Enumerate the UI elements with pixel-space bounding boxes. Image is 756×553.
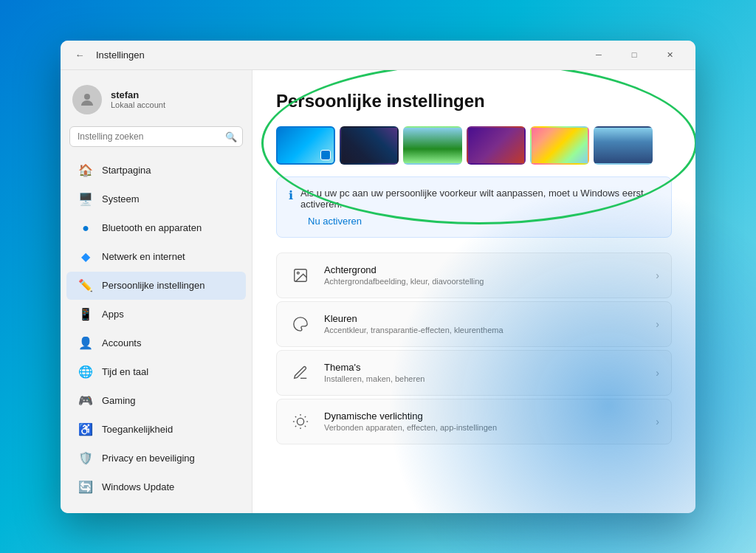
sidebar-item-tijd[interactable]: 🌐 Tijd en taal: [66, 358, 246, 386]
svg-point-3: [297, 418, 303, 425]
themes-subtitle: Installeren, maken, beheren: [324, 374, 644, 383]
sidebar-item-label: Windows Update: [102, 481, 174, 492]
search-input[interactable]: [69, 126, 243, 147]
page-title: Persoonlijke instellingen: [276, 91, 672, 111]
user-info: stefan Lokaal account: [111, 89, 165, 109]
accounts-icon: 👤: [78, 336, 93, 351]
background-text: Achtergrond Achtergrondafbeelding, kleur…: [324, 264, 644, 286]
wallpaper-thumb-5[interactable]: [530, 126, 589, 165]
wallpaper-thumb-4[interactable]: [467, 126, 526, 165]
background-title: Achtergrond: [324, 264, 644, 275]
wallpaper-grid: [276, 126, 672, 165]
wallpaper-thumb-2[interactable]: [340, 126, 399, 165]
sidebar-item-startpagina[interactable]: 🏠 Startpagina: [66, 157, 246, 185]
sidebar-item-netwerk[interactable]: ◆ Netwerk en internet: [66, 243, 246, 271]
minimize-button[interactable]: ─: [582, 43, 616, 66]
activate-link[interactable]: Nu activeren: [308, 216, 659, 227]
svg-line-11: [305, 416, 306, 416]
avatar: [72, 85, 102, 114]
svg-line-7: [305, 425, 306, 426]
settings-item-dynamisch[interactable]: Dynamische verlichting Verbonden apparat…: [276, 399, 672, 444]
settings-item-achtergrond[interactable]: Achtergrond Achtergrondafbeelding, kleur…: [276, 253, 672, 298]
account-type: Lokaal account: [111, 100, 165, 109]
colors-title: Kleuren: [324, 313, 644, 324]
sidebar-item-label: Persoonlijke instellingen: [102, 280, 205, 291]
settings-window: ← Instellingen ─ □ ✕: [61, 41, 695, 513]
search-box: 🔍: [69, 126, 243, 147]
personalization-icon: ✏️: [78, 278, 93, 293]
sidebar-item-label: Gaming: [102, 395, 136, 406]
close-icon: ✕: [667, 50, 673, 60]
home-icon: 🏠: [78, 163, 93, 178]
update-icon: 🔄: [78, 480, 93, 495]
svg-line-10: [295, 425, 296, 426]
sidebar-item-privacy[interactable]: 🛡️ Privacy en beveiliging: [66, 444, 246, 473]
privacy-icon: 🛡️: [78, 451, 93, 466]
sidebar-item-label: Startpagina: [102, 165, 151, 176]
username: stefan: [111, 89, 165, 100]
network-icon: ◆: [78, 250, 93, 264]
sidebar-item-accounts[interactable]: 👤 Accounts: [66, 329, 246, 357]
sidebar-item-label: Bluetooth en apparaten: [102, 222, 202, 233]
sidebar-item-label: Apps: [102, 309, 124, 320]
activation-notice: ℹ Als u uw pc aan uw persoonlijke voorke…: [276, 176, 672, 238]
back-button[interactable]: ←: [69, 44, 90, 65]
wallpaper-thumb-3[interactable]: [403, 126, 462, 165]
sidebar-item-label: Tijd en taal: [102, 366, 148, 377]
system-icon: 🖥️: [78, 192, 93, 207]
sidebar-item-gaming[interactable]: 🎮 Gaming: [66, 387, 246, 415]
activation-notice-row: ℹ Als u uw pc aan uw persoonlijke voorke…: [289, 188, 659, 210]
sidebar-item-label: Systeem: [102, 193, 140, 205]
colors-icon: [289, 312, 312, 336]
back-icon: ←: [75, 49, 85, 61]
sidebar-item-label: Toegankelijkheid: [102, 424, 173, 435]
maximize-button[interactable]: □: [617, 43, 651, 66]
sidebar-item-update[interactable]: 🔄 Windows Update: [66, 473, 246, 501]
sidebar-item-persoonlijk[interactable]: ✏️ Persoonlijke instellingen: [66, 272, 246, 300]
user-section: stefan Lokaal account: [61, 79, 252, 126]
sidebar-item-toegankelijkheid[interactable]: ♿ Toegankelijkheid: [66, 416, 246, 444]
themes-icon: [289, 361, 312, 385]
nav-list: 🏠 Startpagina 🖥️ Systeem ● Bluetooth en …: [61, 156, 252, 502]
close-button[interactable]: ✕: [653, 43, 687, 66]
chevron-icon: ›: [656, 318, 659, 330]
background-icon: [289, 264, 312, 287]
sidebar-item-apps[interactable]: 📱 Apps: [66, 300, 246, 329]
bluetooth-icon: ●: [78, 221, 93, 236]
sidebar-item-label: Netwerk en internet: [102, 251, 185, 262]
annotation-container: ℹ Als u uw pc aan uw persoonlijke voorke…: [276, 176, 672, 238]
wallpaper-thumb-1[interactable]: [276, 126, 335, 165]
gaming-icon: 🎮: [78, 394, 93, 408]
dynamic-title: Dynamische verlichting: [324, 411, 644, 422]
svg-point-2: [297, 272, 299, 274]
minimize-icon: ─: [596, 50, 602, 59]
dynamic-subtitle: Verbonden apparaten, effecten, app-inste…: [324, 423, 644, 432]
chevron-icon: ›: [656, 367, 659, 379]
window-title: Instellingen: [96, 49, 582, 61]
accessibility-icon: ♿: [78, 422, 93, 437]
chevron-icon: ›: [656, 416, 659, 427]
settings-list: Achtergrond Achtergrondafbeelding, kleur…: [276, 253, 672, 444]
window-body: stefan Lokaal account 🔍 🏠 Startpagina 🖥️…: [61, 70, 695, 513]
activation-text: Als u uw pc aan uw persoonlijke voorkeur…: [300, 188, 659, 210]
dynamic-text: Dynamische verlichting Verbonden apparat…: [324, 411, 644, 432]
themes-text: Thema's Installeren, maken, beheren: [324, 362, 644, 383]
wallpaper-thumb-6[interactable]: [594, 126, 653, 165]
main-content: Persoonlijke instellingen ℹ Als u uw: [252, 70, 695, 513]
dynamic-lighting-icon: [289, 410, 312, 433]
info-icon: ℹ: [289, 188, 293, 202]
chevron-icon: ›: [656, 269, 659, 281]
window-controls: ─ □ ✕: [582, 43, 687, 66]
sidebar: stefan Lokaal account 🔍 🏠 Startpagina 🖥️…: [61, 70, 252, 513]
sidebar-item-bluetooth[interactable]: ● Bluetooth en apparaten: [66, 214, 246, 242]
sidebar-item-label: Privacy en beveiliging: [102, 453, 195, 464]
settings-item-themas[interactable]: Thema's Installeren, maken, beheren ›: [276, 350, 672, 396]
titlebar: ← Instellingen ─ □ ✕: [61, 41, 695, 70]
selected-indicator: [320, 150, 331, 160]
colors-text: Kleuren Accentkleur, transparantie-effec…: [324, 313, 644, 334]
search-icon: 🔍: [225, 131, 237, 142]
background-subtitle: Achtergrondafbeelding, kleur, diavoorste…: [324, 277, 644, 286]
sidebar-item-systeem[interactable]: 🖥️ Systeem: [66, 185, 246, 213]
colors-subtitle: Accentkleur, transparantie-effecten, kle…: [324, 326, 644, 334]
settings-item-kleuren[interactable]: Kleuren Accentkleur, transparantie-effec…: [276, 301, 672, 347]
